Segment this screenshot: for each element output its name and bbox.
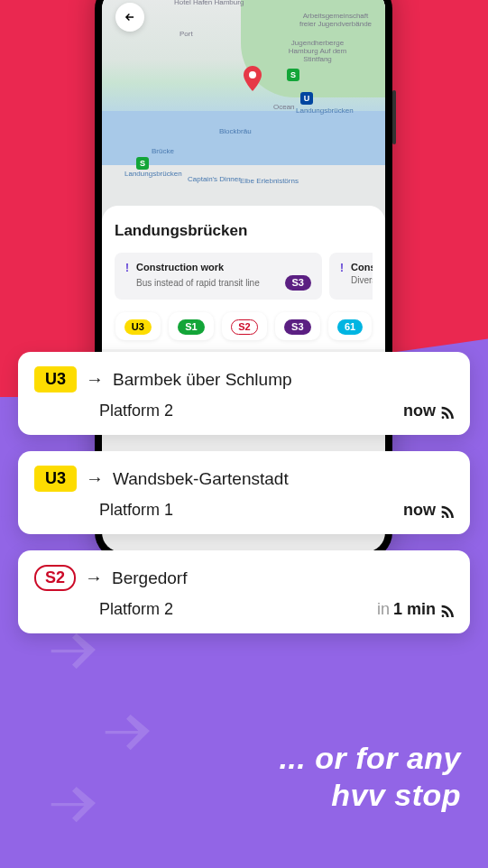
- map-label: Brücke: [152, 147, 174, 155]
- platform: Platform 2: [99, 402, 173, 420]
- platform: Platform 2: [99, 600, 173, 619]
- destination: Barmbek über Schlump: [113, 370, 292, 390]
- departure-time: 1 min: [393, 600, 436, 619]
- s-station-icon: S: [136, 157, 149, 170]
- line-badge: S3: [285, 275, 311, 291]
- map-label: Landungsbrücken: [124, 170, 182, 178]
- destination: Bergedorf: [112, 568, 187, 588]
- svg-point-0: [249, 71, 256, 78]
- line-badge: U3: [34, 366, 77, 392]
- time-prefix: in: [377, 600, 390, 619]
- map-label: Blockbräu: [219, 127, 252, 135]
- platform: Platform 1: [99, 501, 173, 520]
- live-icon: [439, 503, 454, 518]
- line-badge: U3: [34, 466, 77, 492]
- alerts-row[interactable]: ! Construction work Bus instead of rapid…: [115, 253, 373, 300]
- map-label: Jugendherberge Hamburg Auf dem Stintfang: [277, 39, 358, 63]
- line-filter-row: U3 S1 S2 S3 61: [115, 312, 373, 340]
- map-label: Hotel Hafen Hamburg: [174, 0, 244, 6]
- line-filter-s3[interactable]: S3: [275, 312, 319, 340]
- map-label: Elbe Erlebnistörns: [240, 177, 299, 185]
- alert-card[interactable]: ! Const Divers: [329, 253, 373, 300]
- station-name: Landungsbrücken: [115, 222, 373, 240]
- departure-card[interactable]: U3 → Barmbek über Schlump Platform 2 now: [18, 352, 470, 435]
- destination: Wandsbek-Gartenstadt: [113, 469, 289, 489]
- phone-side-button: [392, 90, 396, 144]
- map-view[interactable]: Hotel Hafen Hamburg Port Arbeitsgemeinsc…: [102, 0, 385, 224]
- back-button[interactable]: [115, 3, 144, 32]
- alert-icon: !: [340, 262, 344, 291]
- u-station-icon: U: [300, 92, 313, 105]
- map-pin-icon: [242, 66, 263, 93]
- departure-time: now: [403, 501, 436, 520]
- alert-icon: !: [125, 262, 129, 291]
- back-arrow-icon: [124, 11, 136, 23]
- line-filter-61[interactable]: 61: [328, 312, 372, 340]
- departure-card[interactable]: S2 → Bergedorf Platform 2 in 1 min: [18, 550, 470, 633]
- live-icon: [439, 404, 454, 419]
- map-label: Ocean: [273, 103, 295, 111]
- s-station-icon: S: [287, 69, 299, 81]
- arrow-icon: →: [86, 468, 104, 489]
- alert-title: Construction work: [136, 262, 311, 272]
- map-label: Captain's Dinner: [188, 175, 241, 183]
- alert-detail: Bus instead of rapid transit line: [136, 278, 260, 288]
- departure-time: now: [403, 402, 436, 420]
- departure-card[interactable]: U3 → Wandsbek-Gartenstadt Platform 1 now: [18, 451, 470, 534]
- bottom-sheet: Landungsbrücken ! Construction work Bus …: [102, 206, 385, 349]
- live-icon: [439, 603, 454, 617]
- line-filter-s1[interactable]: S1: [169, 312, 213, 340]
- arrow-icon: →: [85, 568, 103, 588]
- map-label: Port: [180, 30, 193, 38]
- map-label: Arbeitsgemeinschaft freier Jugendverbänd…: [295, 12, 376, 28]
- line-badge: S2: [34, 565, 76, 591]
- alert-title: Const: [351, 262, 373, 272]
- line-filter-u3[interactable]: U3: [115, 312, 161, 340]
- line-filter-s2[interactable]: S2: [222, 312, 266, 340]
- arrow-icon: →: [86, 369, 104, 390]
- alert-card[interactable]: ! Construction work Bus instead of rapid…: [115, 253, 322, 300]
- alert-detail: Divers: [351, 275, 373, 285]
- promo-text: ... or for any hvv stop: [279, 740, 461, 814]
- map-label: Landungsbrücken: [296, 106, 354, 115]
